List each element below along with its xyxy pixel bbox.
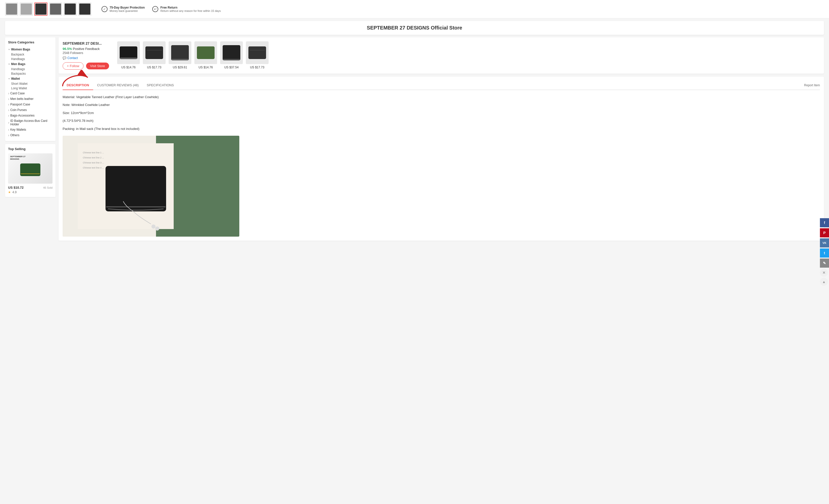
product-thumb-1[interactable]: US $14.76 bbox=[117, 41, 140, 70]
sidebar-item-backpack[interactable]: Backpack bbox=[11, 52, 52, 57]
buyer-protection-title: 75-Day Buyer Protection bbox=[110, 6, 145, 9]
product-main-image: Chinese text line 1 ... Chinese text lin… bbox=[63, 136, 239, 237]
product-thumb-4[interactable]: US $14.76 bbox=[194, 41, 217, 70]
social-sidebar: f P VK t ✎ ✕ ▲ bbox=[820, 218, 829, 246]
sidebar-item-men-belts[interactable]: Men belts leather bbox=[8, 96, 52, 102]
tab-specifications[interactable]: SPECIFICATIONS bbox=[143, 81, 178, 90]
free-return: ↩ Free Return Return without any reason … bbox=[152, 6, 221, 12]
store-info-top: SEPTEMBER 27 DESI... 96.5% Positive Feed… bbox=[63, 41, 820, 70]
sidebar-item-id-badge[interactable]: ID Badge-Access-Bus Card Holder bbox=[8, 118, 52, 127]
tab-description[interactable]: DESCRIPTION bbox=[63, 81, 93, 90]
top-selling-section: Top Selling SEPTEMBER 27DESIGNS US $10.7… bbox=[5, 144, 56, 197]
sidebar-item-men-bags[interactable]: Men Bags bbox=[8, 61, 52, 67]
followers-row: 2548 Followers bbox=[63, 51, 109, 55]
store-info-card: SEPTEMBER 27 DESI... 96.5% Positive Feed… bbox=[59, 37, 824, 74]
categories-title: Store Categories bbox=[8, 40, 52, 44]
svg-point-22 bbox=[155, 227, 159, 231]
wallet-sub: Short Wallet Long Wallet bbox=[8, 81, 52, 90]
desc-line-3: Size: 12cm*9cm*2cm bbox=[63, 110, 820, 116]
product-thumb-2[interactable]: US $17.73 bbox=[143, 41, 166, 70]
return-icon: ↩ bbox=[152, 6, 158, 12]
top-selling-image[interactable]: SEPTEMBER 27DESIGNS bbox=[8, 153, 52, 184]
product-price-3: US $29.61 bbox=[169, 66, 191, 69]
wallet-image bbox=[20, 163, 40, 176]
thumbnail-3[interactable] bbox=[34, 3, 47, 16]
categories-section: Store Categories Women Bags Backpack Han… bbox=[5, 37, 56, 141]
product-image-3 bbox=[169, 41, 191, 64]
svg-text:Chinese text line 2 ...: Chinese text line 2 ... bbox=[83, 156, 104, 159]
sidebar-item-bags-accessories[interactable]: Bags-Accessories bbox=[8, 113, 52, 118]
product-image-4 bbox=[194, 41, 217, 64]
sidebar-item-passport-case[interactable]: Passport Case bbox=[8, 102, 52, 107]
tab-reviews[interactable]: CUSTOMER REVIEWS (48) bbox=[93, 81, 143, 90]
sidebar-item-women-bags[interactable]: Women Bags bbox=[8, 47, 52, 52]
contact-link[interactable]: 💬 Contact bbox=[63, 56, 109, 60]
sidebar-item-others[interactable]: Others bbox=[8, 132, 52, 138]
chat-icon: 💬 bbox=[63, 56, 66, 60]
return-title: Free Return bbox=[160, 6, 221, 9]
svg-rect-20 bbox=[106, 206, 166, 207]
sidebar-item-short-wallet[interactable]: Short Wallet bbox=[11, 81, 52, 86]
right-panel: SEPTEMBER 27 DESI... 96.5% Positive Feed… bbox=[59, 37, 824, 241]
product-thumb-6[interactable]: US $17.73 bbox=[246, 41, 268, 70]
svg-text:Chinese text line 4 ...: Chinese text line 4 ... bbox=[83, 166, 104, 169]
women-bags-sub: Backpack Handbags bbox=[8, 52, 52, 61]
sidebar: Store Categories Women Bags Backpack Han… bbox=[5, 37, 56, 241]
buyer-protection-subtitle: Money back guarantee bbox=[110, 9, 145, 12]
sold-count: 46 Sold bbox=[43, 186, 52, 189]
star-icon: ★ bbox=[8, 190, 11, 194]
svg-rect-10 bbox=[248, 46, 266, 59]
followers-label: Followers bbox=[70, 51, 83, 55]
product-thumb-5[interactable]: US $37.54 bbox=[220, 41, 243, 70]
vk-share-button[interactable]: VK bbox=[820, 238, 829, 246]
svg-rect-1 bbox=[120, 46, 137, 59]
report-item-link[interactable]: Report Item bbox=[804, 83, 820, 87]
svg-point-21 bbox=[151, 225, 155, 229]
thumbnail-4[interactable] bbox=[49, 3, 62, 16]
pinterest-share-button[interactable]: P bbox=[820, 228, 829, 237]
product-price-5: US $37.54 bbox=[220, 66, 243, 69]
svg-rect-19 bbox=[106, 166, 166, 211]
product-price-2: US $17.73 bbox=[143, 66, 166, 69]
product-image-2 bbox=[143, 41, 166, 64]
product-thumb-3[interactable]: US $29.61 bbox=[169, 41, 191, 70]
store-title: SEPTEMBER 27 DESIGNS Official Store bbox=[9, 25, 820, 31]
desc-line-4: (4.72*3.54*0.78 inch) bbox=[63, 118, 820, 124]
svg-rect-2 bbox=[120, 58, 137, 59]
svg-text:Chinese text line 3 ...: Chinese text line 3 ... bbox=[83, 161, 104, 164]
thumbnail-strip bbox=[5, 3, 92, 16]
facebook-share-button[interactable]: f bbox=[820, 218, 829, 227]
visit-store-button[interactable]: Visit Store bbox=[86, 63, 109, 69]
sidebar-item-coin-purses[interactable]: Coin Purses bbox=[8, 107, 52, 113]
content-area: DESCRIPTION CUSTOMER REVIEWS (48) SPECIF… bbox=[59, 77, 824, 241]
thumbnail-5[interactable] bbox=[64, 3, 77, 16]
sidebar-item-wallet[interactable]: Wallet bbox=[8, 76, 52, 81]
svg-rect-3 bbox=[145, 46, 163, 59]
product-image-1 bbox=[117, 41, 140, 64]
check-icon: ✓ bbox=[102, 6, 108, 12]
sidebar-item-men-handbags[interactable]: Handbags bbox=[11, 67, 52, 71]
desc-line-1: Material: Vegetable Tanned Leather (Firs… bbox=[63, 94, 820, 100]
product-image-svg: Chinese text line 1 ... Chinese text lin… bbox=[63, 136, 239, 237]
sidebar-item-men-backpacks[interactable]: Backpacks bbox=[11, 71, 52, 76]
tabs-bar: DESCRIPTION CUSTOMER REVIEWS (48) SPECIF… bbox=[63, 81, 820, 90]
follow-button[interactable]: + Follow bbox=[63, 62, 83, 70]
product-image-5 bbox=[220, 41, 243, 64]
followers-count: 2548 bbox=[63, 51, 69, 55]
sidebar-item-card-case[interactable]: Card Case bbox=[8, 90, 52, 96]
top-selling-title: Top Selling bbox=[8, 147, 52, 151]
store-badge: SEPTEMBER 27DESIGNS bbox=[10, 155, 26, 160]
rating-row: ★ 4.9 bbox=[8, 190, 52, 194]
men-bags-sub: Handbags Backpacks bbox=[8, 67, 52, 76]
thumbnail-6[interactable] bbox=[78, 3, 92, 16]
sidebar-item-long-wallet[interactable]: Long Wallet bbox=[11, 86, 52, 90]
svg-rect-9 bbox=[223, 59, 240, 60]
sidebar-item-handbags[interactable]: Handbags bbox=[11, 57, 52, 61]
sidebar-item-key-wallets[interactable]: Key Wallets bbox=[8, 127, 52, 132]
svg-rect-6 bbox=[172, 59, 188, 60]
thumbnail-2[interactable] bbox=[20, 3, 33, 16]
svg-rect-5 bbox=[171, 45, 189, 60]
thumbnail-1[interactable] bbox=[5, 3, 18, 16]
store-short-name: SEPTEMBER 27 DESI... bbox=[63, 41, 109, 45]
desc-line-2: Note: Wrinkled Cowhide Leather bbox=[63, 102, 820, 108]
